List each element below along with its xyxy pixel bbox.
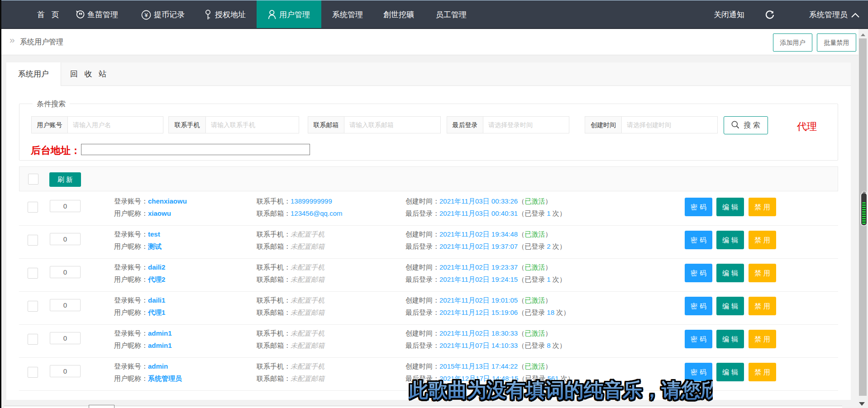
svg-text:¥: ¥ bbox=[144, 12, 148, 19]
